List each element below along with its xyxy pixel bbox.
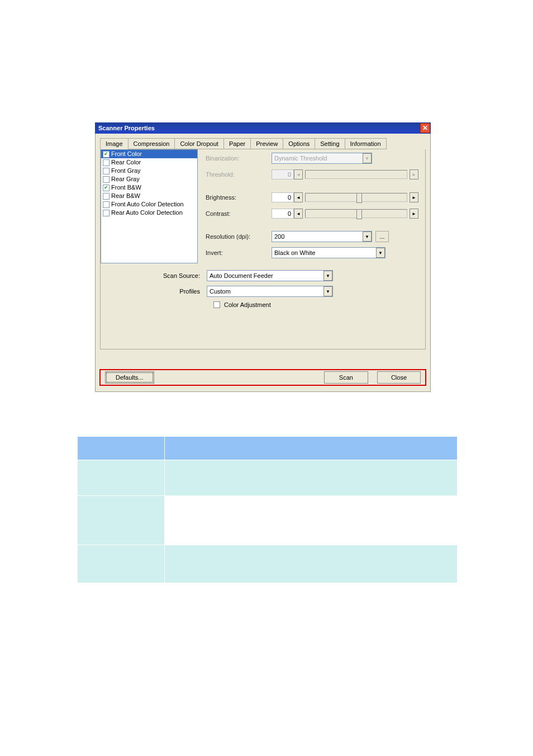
close-button[interactable]: Close bbox=[377, 371, 421, 384]
tabs: Image Compression Color Dropout Paper Pr… bbox=[100, 138, 426, 149]
tab-paper[interactable]: Paper bbox=[224, 138, 251, 149]
defaults-button[interactable]: Defaults... bbox=[105, 371, 154, 384]
checkbox-icon[interactable] bbox=[103, 210, 110, 216]
brightness-label: Brightness: bbox=[206, 194, 272, 201]
button-row: Defaults... Scan Close bbox=[99, 369, 426, 386]
brightness-value: 0 bbox=[272, 192, 294, 202]
checkbox-icon[interactable] bbox=[103, 201, 110, 208]
contrast-right-icon[interactable]: ► bbox=[410, 209, 418, 219]
list-item[interactable]: Front Gray bbox=[101, 167, 197, 175]
list-item[interactable]: Rear B&W bbox=[101, 192, 197, 200]
scan-source-dropdown[interactable]: Auto Document Feeder ▼ bbox=[207, 270, 333, 281]
resolution-dropdown[interactable]: 200 ▼ bbox=[272, 231, 372, 242]
list-item[interactable]: Rear Color bbox=[101, 158, 197, 167]
slider-knob[interactable] bbox=[356, 209, 362, 219]
list-item[interactable]: Front Color bbox=[101, 150, 197, 158]
chevron-down-icon[interactable]: ▼ bbox=[323, 271, 332, 281]
contrast-label: Contrast: bbox=[206, 210, 272, 217]
table-row bbox=[78, 460, 458, 496]
checkbox-icon[interactable] bbox=[103, 185, 110, 191]
list-item[interactable]: Rear Gray bbox=[101, 175, 197, 183]
resolution-more-button[interactable]: ... bbox=[375, 231, 389, 242]
chevron-down-icon[interactable]: ▼ bbox=[323, 286, 332, 296]
table-row bbox=[78, 437, 458, 460]
scan-source-field: Scan Source: Auto Document Feeder ▼ bbox=[101, 270, 425, 281]
tab-image[interactable]: Image bbox=[100, 138, 129, 149]
threshold-label: Threshold: bbox=[206, 171, 272, 178]
binarization-label: Binarization: bbox=[206, 155, 272, 162]
checkbox-icon[interactable] bbox=[103, 176, 110, 183]
brightness-slider[interactable] bbox=[305, 193, 407, 202]
list-item[interactable]: Rear Auto Color Detection bbox=[101, 209, 197, 217]
checkbox-icon[interactable] bbox=[103, 159, 110, 166]
list-item[interactable]: Front B&W bbox=[101, 183, 197, 192]
chevron-down-icon[interactable]: ▼ bbox=[363, 231, 372, 242]
checkbox-icon[interactable] bbox=[103, 168, 110, 174]
contrast-left-icon[interactable]: ◄ bbox=[294, 209, 303, 219]
threshold-slider bbox=[305, 170, 407, 179]
close-icon[interactable]: ✕ bbox=[420, 123, 430, 133]
threshold-field: Threshold: 0 ◄ ► bbox=[206, 169, 418, 180]
contrast-value: 0 bbox=[272, 209, 294, 219]
tab-setting[interactable]: Setting bbox=[315, 138, 345, 149]
profiles-dropdown[interactable]: Custom ▼ bbox=[207, 286, 333, 297]
table-row bbox=[78, 496, 458, 545]
color-adjustment-checkbox: Color Adjustment bbox=[213, 301, 425, 308]
image-selection-list[interactable]: Front Color Rear Color Front Gray Rear G… bbox=[101, 149, 198, 263]
info-table bbox=[77, 436, 458, 583]
checkbox-icon[interactable] bbox=[213, 301, 220, 308]
contrast-field: Contrast: 0 ◄ ► bbox=[206, 208, 418, 219]
invert-label: Invert: bbox=[206, 249, 272, 256]
threshold-right-icon: ► bbox=[410, 169, 418, 179]
chevron-down-icon[interactable]: ▼ bbox=[376, 248, 385, 258]
list-item[interactable]: Front Auto Color Detection bbox=[101, 200, 197, 209]
invert-dropdown[interactable]: Black on White ▼ bbox=[272, 247, 386, 258]
tab-information[interactable]: Information bbox=[345, 138, 387, 149]
contrast-slider[interactable] bbox=[305, 209, 407, 218]
binarization-dropdown: Dynamic Threshold ▼ bbox=[272, 153, 372, 164]
tab-preview[interactable]: Preview bbox=[251, 138, 283, 149]
scan-button[interactable]: Scan bbox=[324, 371, 368, 384]
binarization-field: Binarization: Dynamic Threshold ▼ bbox=[206, 153, 418, 164]
profiles-label: Profiles bbox=[101, 288, 207, 295]
chevron-down-icon: ▼ bbox=[363, 153, 372, 163]
titlebar: Scanner Properties ✕ bbox=[95, 122, 431, 134]
brightness-left-icon[interactable]: ◄ bbox=[294, 192, 303, 202]
brightness-field: Brightness: 0 ◄ ► bbox=[206, 192, 418, 203]
scan-source-label: Scan Source: bbox=[101, 272, 207, 279]
checkbox-icon[interactable] bbox=[103, 193, 110, 200]
invert-field: Invert: Black on White ▼ bbox=[206, 247, 418, 258]
table-row bbox=[78, 545, 458, 583]
tab-color-dropout[interactable]: Color Dropout bbox=[175, 138, 223, 149]
slider-knob[interactable] bbox=[356, 193, 362, 203]
threshold-left-icon: ◄ bbox=[294, 169, 303, 179]
resolution-field: Resolution (dpi): 200 ▼ ... bbox=[206, 231, 418, 242]
window-title: Scanner Properties bbox=[98, 125, 155, 131]
tab-compression[interactable]: Compression bbox=[129, 138, 175, 149]
resolution-label: Resolution (dpi): bbox=[206, 233, 272, 240]
profiles-field: Profiles Custom ▼ bbox=[101, 286, 425, 297]
checkbox-icon[interactable] bbox=[103, 151, 110, 158]
brightness-right-icon[interactable]: ► bbox=[410, 192, 418, 202]
threshold-value: 0 bbox=[272, 169, 294, 179]
tab-options[interactable]: Options bbox=[283, 138, 315, 149]
